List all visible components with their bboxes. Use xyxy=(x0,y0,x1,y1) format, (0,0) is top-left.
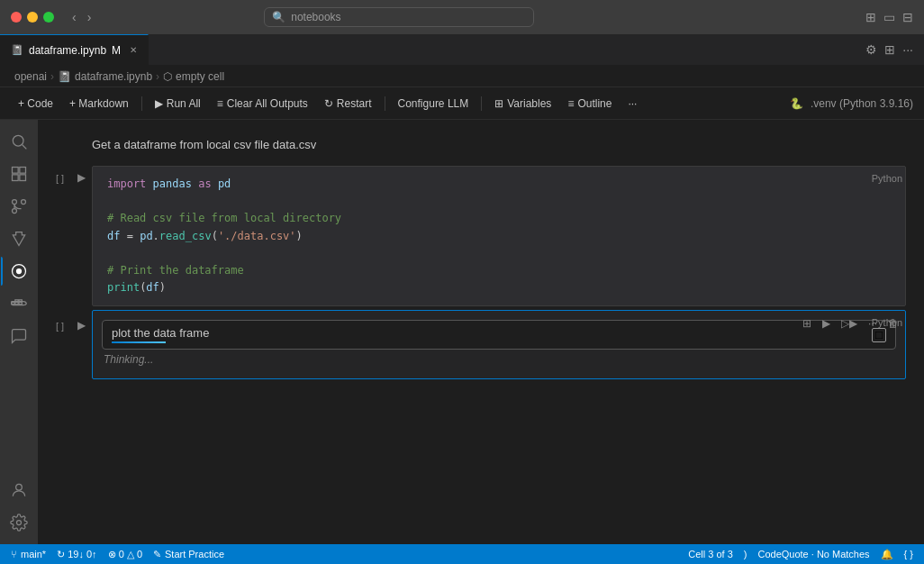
extensions-button[interactable]: ⊞ xyxy=(884,42,895,57)
status-right: Cell 3 of 3 ) CodeQuote · No Matches 🔔 {… xyxy=(688,549,913,560)
ai-cell: [ ] ▶ ⊞ ▶ ▷▶ ··· 🗑 plot the data frame □ xyxy=(38,310,924,379)
variables-button[interactable]: ⊞ Variables xyxy=(487,94,558,114)
toolbar-separator-2 xyxy=(385,96,385,111)
toolbar-env: 🐍 .venv (Python 3.9.16) xyxy=(790,97,913,110)
notification-bell[interactable]: 🔔 xyxy=(881,549,893,560)
cell-lang-2: Python xyxy=(872,317,902,328)
codequote-status[interactable]: CodeQuote · No Matches xyxy=(757,549,869,560)
add-markdown-button[interactable]: + Markdown xyxy=(62,94,136,114)
ai-input-text: plot the data frame xyxy=(112,326,872,340)
more-toolbar-button[interactable]: ··· xyxy=(621,94,644,114)
bracket-indicator[interactable]: ) xyxy=(744,549,747,560)
configure-llm-button[interactable]: Configure LLM xyxy=(391,94,476,114)
git-branch-icon: ⑂ xyxy=(11,549,17,559)
ai-input-box[interactable]: plot the data frame □ xyxy=(102,320,896,350)
git-branch[interactable]: ⑂ main* xyxy=(11,549,46,559)
activity-jupyter[interactable] xyxy=(5,257,33,286)
cell-bracket-2: [ ] xyxy=(56,310,92,379)
git-branch-label: main* xyxy=(21,549,46,559)
activity-source-control[interactable] xyxy=(5,192,33,221)
breadcrumb-cell[interactable]: empty cell xyxy=(176,70,224,83)
ai-input-underline xyxy=(112,341,166,343)
ai-run-button[interactable]: ▶ xyxy=(819,315,834,332)
cell-info[interactable]: Cell 3 of 3 xyxy=(688,549,733,560)
minimize-button[interactable] xyxy=(27,12,38,23)
env-icon: 🐍 xyxy=(790,97,803,110)
window-controls: ⊞ ▭ ⊟ xyxy=(865,10,913,24)
tab-close-button[interactable]: ✕ xyxy=(130,45,137,55)
split-editor-button[interactable]: ⊞ xyxy=(865,10,876,24)
activity-search[interactable] xyxy=(5,127,33,156)
svg-point-8 xyxy=(22,200,26,205)
start-practice-button[interactable]: ✎ Start Practice xyxy=(153,549,224,560)
breadcrumb-file[interactable]: dataframe.ipynb xyxy=(75,70,152,83)
activity-extensions[interactable] xyxy=(5,224,33,253)
run-all-icon: ▶ xyxy=(155,97,163,110)
cell-description: Get a dataframe from local csv file data… xyxy=(38,134,924,162)
clear-icon: ≡ xyxy=(217,97,223,110)
tab-dataframe[interactable]: 📓 dataframe.ipynb M ✕ xyxy=(0,34,149,66)
tab-label: dataframe.ipynb xyxy=(29,44,106,57)
activity-docker[interactable] xyxy=(5,289,33,318)
svg-rect-3 xyxy=(20,168,26,174)
restart-button[interactable]: ↻ Restart xyxy=(317,94,379,114)
breadcrumb-symbol-icon: ⬡ xyxy=(163,70,172,83)
toolbar-separator-1 xyxy=(141,96,142,111)
tab-actions: ⚙ ⊞ ··· xyxy=(865,42,924,57)
code-line-blank-2 xyxy=(107,245,891,262)
activity-settings[interactable] xyxy=(5,508,33,537)
breadcrumb-file-icon: 📓 xyxy=(58,70,71,83)
code-line-comment-2: # Print the dataframe xyxy=(107,262,891,279)
maximize-button[interactable] xyxy=(43,12,54,23)
nav-buttons: ‹ › xyxy=(68,8,95,26)
table-row: [ ] ▶ import pandas as pd # Read csv fil… xyxy=(38,166,924,306)
activity-chat[interactable] xyxy=(5,322,33,350)
bracket-pair[interactable]: { } xyxy=(904,549,913,560)
statusbar: ⑂ main* ↻ 19↓ 0↑ ⊗ 0 △ 0 ✎ Start Practic… xyxy=(0,544,924,564)
ai-accept-button[interactable]: ⊞ xyxy=(799,315,815,332)
run-all-button[interactable]: ▶ Run All xyxy=(148,94,208,114)
cell-run-button-1[interactable]: ▶ xyxy=(77,171,86,184)
code-line-2: df = pd.read_csv('./data.csv') xyxy=(107,228,891,245)
activity-explorer[interactable] xyxy=(5,159,33,188)
svg-point-7 xyxy=(13,200,17,205)
main-area: Get a dataframe from local csv file data… xyxy=(0,120,924,544)
svg-point-16 xyxy=(16,484,23,490)
more-actions-button[interactable]: ··· xyxy=(902,42,913,57)
search-text: notebooks xyxy=(291,11,340,23)
toolbar: + Code + Markdown ▶ Run All ≡ Clear All … xyxy=(0,87,924,120)
outline-icon: ≡ xyxy=(567,97,574,110)
svg-point-17 xyxy=(17,521,22,525)
code-line-comment-1: # Read csv file from local directory xyxy=(107,210,891,227)
settings-gear-button[interactable]: ⚙ xyxy=(865,42,877,57)
toolbar-separator-3 xyxy=(481,96,482,111)
breadcrumb-openai[interactable]: openai xyxy=(14,70,47,83)
code-line-1: import pandas as pd xyxy=(107,176,891,193)
env-label[interactable]: .venv (Python 3.9.16) xyxy=(811,97,913,110)
svg-rect-4 xyxy=(13,175,19,181)
close-button[interactable] xyxy=(11,12,22,23)
toggle-panel-button[interactable]: ▭ xyxy=(883,10,895,24)
variables-icon: ⊞ xyxy=(494,97,503,110)
outline-button[interactable]: ≡ Outline xyxy=(560,94,619,114)
svg-point-0 xyxy=(13,135,23,146)
forward-button[interactable]: › xyxy=(84,8,95,26)
back-button[interactable]: ‹ xyxy=(68,8,80,26)
cell-code-1[interactable]: import pandas as pd # Read csv file from… xyxy=(92,166,906,306)
activity-bar xyxy=(0,120,38,544)
search-bar[interactable]: 🔍 notebooks xyxy=(264,7,534,27)
traffic-lights xyxy=(11,12,54,23)
sync-status[interactable]: ↻ 19↓ 0↑ xyxy=(57,549,96,560)
ai-thinking-text: Thinking... xyxy=(102,350,896,369)
clear-outputs-button[interactable]: ≡ Clear All Outputs xyxy=(210,94,315,114)
svg-point-10 xyxy=(17,269,22,274)
cell-run-button-2[interactable]: ▶ xyxy=(77,319,86,332)
tab-bar: 📓 dataframe.ipynb M ✕ ⚙ ⊞ ··· xyxy=(0,34,924,66)
customize-layout-button[interactable]: ⊟ xyxy=(902,10,913,24)
cell-lang-1: Python xyxy=(872,173,902,184)
activity-account[interactable] xyxy=(5,476,33,505)
add-code-button[interactable]: + Code xyxy=(11,94,60,114)
practice-label: Start Practice xyxy=(165,549,224,559)
ai-stop-button[interactable]: ▷▶ xyxy=(838,315,861,332)
error-status[interactable]: ⊗ 0 △ 0 xyxy=(108,549,142,560)
